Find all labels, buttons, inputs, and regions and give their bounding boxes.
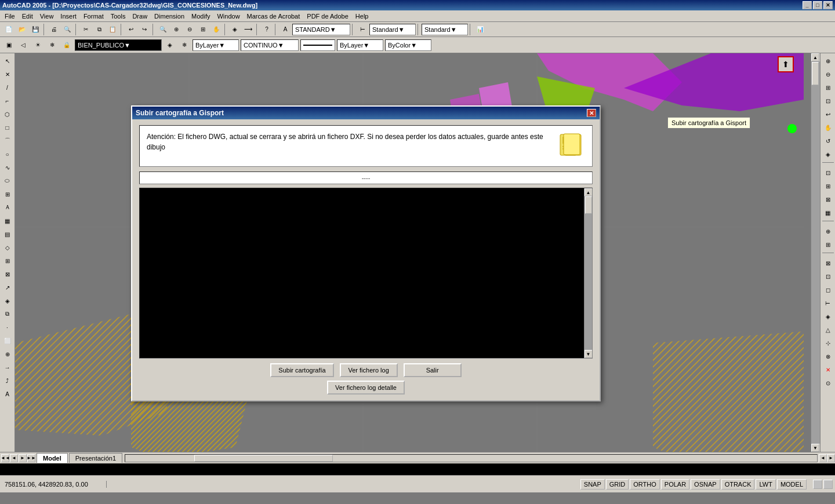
right-tile[interactable]: ▦ — [822, 206, 834, 219]
ellipse-button[interactable]: ⬭ — [1, 174, 14, 187]
vscroll-up-button[interactable]: ▲ — [811, 53, 819, 61]
menu-view[interactable]: View — [37, 12, 57, 21]
ver-log-detalle-button[interactable]: Ver fichero log detalle — [327, 381, 405, 395]
spline-button[interactable]: ∿ — [1, 161, 14, 174]
right-object-snap9[interactable]: ✕ — [822, 363, 834, 376]
minimize-button[interactable]: _ — [803, 1, 812, 9]
right-ucs2[interactable]: ⊞ — [822, 238, 834, 251]
region-button[interactable]: ◇ — [1, 241, 14, 254]
print-button[interactable]: 🖨 — [48, 23, 60, 36]
grid-button[interactable]: GRID — [606, 479, 629, 490]
canvas-vscrollbar[interactable]: ▲ ▼ — [811, 53, 820, 452]
nav-last-button[interactable]: ►► — [27, 454, 35, 462]
linetype2-dropdown[interactable]: CONTINUO ▼ — [241, 39, 299, 51]
tab-model[interactable]: Model — [37, 453, 68, 463]
lwt-button[interactable]: LWT — [756, 479, 775, 490]
command-line[interactable] — [0, 463, 835, 475]
gradient-button[interactable]: ▤ — [1, 228, 14, 240]
menu-dimension[interactable]: Dimension — [151, 12, 188, 21]
color-dropdown[interactable]: ByColor ▼ — [385, 39, 431, 51]
upload-cartografia-button[interactable]: Subir cartografía — [270, 363, 333, 377]
menu-draw[interactable]: Draw — [129, 12, 151, 21]
ver-log-button[interactable]: Ver fichero log — [340, 363, 398, 377]
console-scroll-down[interactable]: ▼ — [584, 350, 593, 358]
close-button[interactable]: ✕ — [823, 1, 833, 9]
right-3d[interactable]: ◈ — [822, 148, 834, 160]
right-object-snap3[interactable]: ◻ — [822, 283, 834, 296]
menu-edit[interactable]: Edit — [19, 12, 37, 21]
polygon-button[interactable]: ⬡ — [1, 108, 14, 120]
point-button[interactable]: · — [1, 321, 14, 334]
model-button[interactable]: MODEL — [777, 479, 807, 490]
print-preview-button[interactable]: 🔍 — [61, 23, 74, 36]
layer-manager-button[interactable]: ▣ — [2, 39, 15, 52]
xline-button[interactable]: ⊕ — [1, 348, 14, 360]
right-viewports[interactable]: ⊠ — [822, 193, 834, 206]
help-button[interactable]: ? — [260, 23, 273, 36]
block-editor-button[interactable]: ◈ — [1, 294, 14, 307]
console-scroll-thumb[interactable] — [585, 196, 592, 214]
vscroll-track[interactable] — [811, 61, 820, 444]
console-scrollbar[interactable]: ▲ ▼ — [584, 188, 592, 358]
right-object-snap5[interactable]: ◈ — [822, 310, 834, 323]
dialog-close-button[interactable]: ✕ — [587, 109, 596, 117]
plot-style-dropdown[interactable]: Standard ▼ — [422, 24, 468, 35]
salir-button[interactable]: Salir — [404, 363, 462, 377]
right-object-snap8[interactable]: ⊗ — [822, 350, 834, 363]
right-zoom-out[interactable]: ⊖ — [822, 68, 834, 81]
right-aerial[interactable]: ⊡ — [822, 166, 834, 179]
insert-button[interactable]: ⊞ — [1, 188, 14, 200]
line-button[interactable]: / — [1, 81, 14, 94]
right-pan[interactable]: ✋ — [822, 121, 834, 134]
menu-pdf[interactable]: PDF de Adobe — [303, 12, 352, 21]
rectangle-button[interactable]: □ — [1, 121, 14, 134]
cut-button[interactable]: ✂ — [79, 23, 92, 36]
layer-lock-button[interactable]: 🔒 — [60, 39, 73, 52]
layer-freeze-button[interactable]: ❄ — [46, 39, 59, 52]
layer-prev-button[interactable]: ◁ — [17, 39, 30, 52]
tolerance-button[interactable]: ⊠ — [1, 268, 14, 280]
plot-manager-button[interactable]: 📊 — [474, 23, 487, 36]
menu-format[interactable]: Format — [80, 12, 107, 21]
nav-next-button[interactable]: ► — [19, 454, 27, 462]
arc-button[interactable]: ⌒ — [1, 134, 14, 147]
right-ucs[interactable]: ⊕ — [822, 225, 834, 238]
new-button[interactable]: 📄 — [2, 23, 15, 36]
text-button[interactable]: A — [1, 388, 14, 400]
nav-first-button[interactable]: ◄◄ — [1, 454, 9, 462]
3dpolyline-button[interactable]: ⤴ — [1, 374, 14, 387]
polar-button[interactable]: POLAR — [661, 479, 689, 490]
ortho-button[interactable]: ORTHO — [630, 479, 660, 490]
right-zoom-window[interactable]: ⊞ — [822, 81, 834, 94]
text-style-dropdown[interactable]: STANDARD ▼ — [292, 24, 350, 35]
right-object-snap10[interactable]: ⊙ — [822, 377, 834, 389]
match-properties-button[interactable]: ⟶ — [242, 23, 255, 36]
hscrollbar[interactable] — [125, 454, 818, 462]
right-zoom-extent[interactable]: ⊡ — [822, 94, 834, 107]
right-object-snap2[interactable]: ⊡ — [822, 270, 834, 283]
menu-window[interactable]: Window — [213, 12, 243, 21]
console-scroll-track[interactable] — [584, 196, 593, 350]
menu-modify[interactable]: Modify — [188, 12, 213, 21]
paste-button[interactable]: 📋 — [106, 23, 119, 36]
otrack-button[interactable]: OTRACK — [721, 479, 755, 490]
menu-insert[interactable]: Insert — [57, 12, 80, 21]
menu-help[interactable]: Help — [352, 12, 372, 21]
vscroll-thumb[interactable] — [812, 62, 819, 85]
maximize-button[interactable]: □ — [813, 1, 822, 9]
save-button[interactable]: 💾 — [29, 23, 42, 36]
hscroll-right-button[interactable]: ► — [827, 454, 835, 462]
undo-button[interactable]: ↩ — [125, 23, 137, 36]
open-button[interactable]: 📂 — [16, 23, 28, 36]
menu-tools[interactable]: Tools — [107, 12, 129, 21]
right-zoom-in[interactable]: ⊕ — [822, 54, 834, 67]
properties-button[interactable]: ◈ — [228, 23, 241, 36]
right-object-snap4[interactable]: ⊢ — [822, 297, 834, 309]
layer-name-dropdown[interactable]: BIEN_PUBLICO ▼ — [75, 39, 162, 51]
tab-presentation1[interactable]: Presentación1 — [69, 453, 122, 463]
right-object-snap[interactable]: ⊠ — [822, 257, 834, 269]
hscroll-thumb[interactable] — [194, 455, 333, 462]
zoom-window-button[interactable]: ⊕ — [170, 23, 183, 36]
table-button[interactable]: ⊞ — [1, 254, 14, 267]
menu-marcas[interactable]: Marcas de Acrobat — [244, 12, 304, 21]
